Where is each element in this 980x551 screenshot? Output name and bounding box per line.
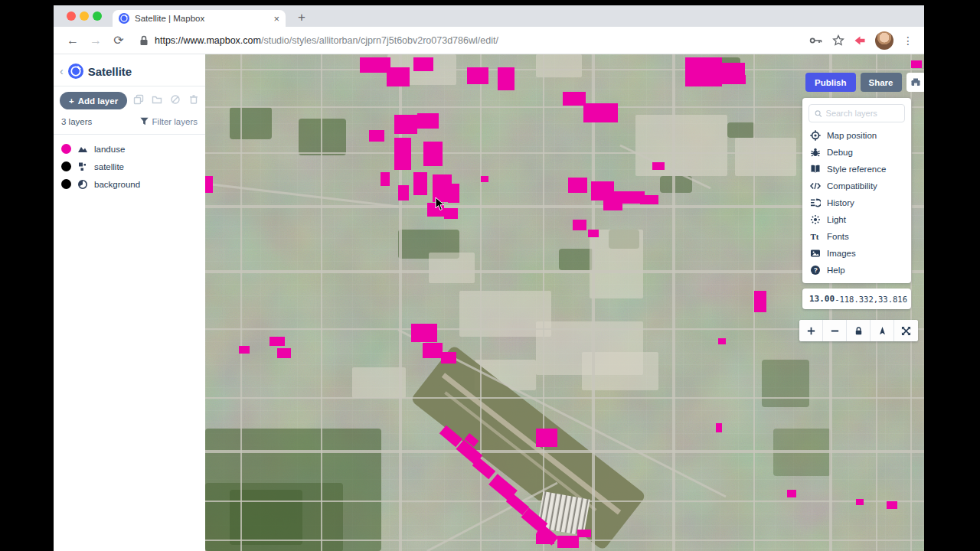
bookmark-star-icon[interactable] xyxy=(832,34,844,47)
menu-item-style-reference[interactable]: Style reference xyxy=(808,161,905,178)
group-layers-icon[interactable] xyxy=(152,94,162,105)
light-icon xyxy=(810,214,821,225)
back-chevron-icon[interactable]: ‹ xyxy=(60,65,64,77)
panel-search[interactable] xyxy=(808,104,905,122)
menu-item-images[interactable]: Images xyxy=(808,245,905,262)
style-tools-panel: Map position Debug Style reference xyxy=(802,98,911,283)
bug-icon xyxy=(810,147,821,158)
layer-tools xyxy=(133,94,199,105)
svg-text:?: ? xyxy=(814,266,818,274)
code-icon xyxy=(810,181,821,191)
hide-layer-icon[interactable] xyxy=(170,94,181,105)
compass-button[interactable] xyxy=(871,320,894,341)
delete-layer-icon[interactable] xyxy=(188,94,199,105)
browser-tab[interactable]: Satellite | Mapbox × xyxy=(113,10,286,27)
search-icon xyxy=(815,109,822,118)
plus-icon: + xyxy=(69,96,74,106)
mouse-cursor xyxy=(435,197,445,211)
background-layer-icon xyxy=(77,179,88,190)
share-button[interactable]: Share xyxy=(861,73,902,92)
menu-item-map-position[interactable]: Map position xyxy=(808,127,905,144)
add-layer-button[interactable]: + Add layer xyxy=(60,92,127,109)
browser-toolbar: ← → ⟳ https://www.mapbox.com/studio/styl… xyxy=(54,27,924,54)
zoom-out-button[interactable] xyxy=(823,320,847,341)
landuse-swatch xyxy=(61,144,71,154)
menu-item-debug[interactable]: Debug xyxy=(808,144,905,161)
map-controls xyxy=(799,320,918,341)
tab-close-icon[interactable]: × xyxy=(273,13,279,24)
password-key-icon[interactable] xyxy=(809,35,823,46)
satellite-swatch xyxy=(61,161,71,171)
menu-item-history[interactable]: History xyxy=(808,194,905,211)
search-input[interactable] xyxy=(826,109,899,118)
publish-button[interactable]: Publish xyxy=(805,73,856,92)
tab-title: Satellite | Mapbox xyxy=(135,14,268,23)
fonts-icon: Tt xyxy=(810,231,821,242)
style-title: Satellite xyxy=(88,65,132,78)
minus-icon xyxy=(830,326,840,336)
history-icon xyxy=(810,197,821,208)
map-position-readout: 13.00 -118.332,33.816 xyxy=(802,289,911,309)
print-button[interactable] xyxy=(906,73,925,92)
images-icon xyxy=(810,248,821,259)
zoom-in-button[interactable] xyxy=(799,320,823,341)
publish-toolbar: Publish Share xyxy=(805,73,924,92)
layer-row-satellite[interactable]: satellite xyxy=(54,158,205,175)
lock-icon xyxy=(854,326,864,336)
forward-icon: → xyxy=(86,31,106,51)
new-tab-button[interactable]: + xyxy=(292,8,311,27)
browser-window: Satellite | Mapbox × + ← → ⟳ https://www… xyxy=(54,5,924,551)
menu-item-fonts[interactable]: Tt Fonts xyxy=(808,228,905,245)
map-canvas[interactable]: Publish Share xyxy=(205,54,924,551)
printer-icon xyxy=(910,77,921,88)
close-window-button[interactable] xyxy=(67,11,76,21)
map-position-icon xyxy=(810,130,821,141)
book-icon xyxy=(810,164,821,174)
funnel-icon xyxy=(139,116,149,126)
layer-row-landuse[interactable]: landuse xyxy=(54,140,205,158)
fullscreen-icon xyxy=(901,326,911,336)
zoom-level: 13.00 xyxy=(809,294,835,304)
menu-item-compatibility[interactable]: Compatibility xyxy=(808,178,905,194)
back-icon[interactable]: ← xyxy=(63,31,83,51)
menu-item-help[interactable]: ? Help xyxy=(808,262,905,279)
sidebar-header: ‹ Satellite xyxy=(60,64,132,79)
minimize-window-button[interactable] xyxy=(80,11,89,21)
mapbox-favicon-icon xyxy=(119,13,129,24)
help-icon: ? xyxy=(810,265,821,276)
mapbox-logo-icon xyxy=(68,64,83,79)
filter-layers[interactable]: Filter layers xyxy=(139,116,198,126)
chrome-menu-icon[interactable]: ⋮ xyxy=(903,34,913,47)
https-lock-icon xyxy=(139,35,149,46)
menu-item-light[interactable]: Light xyxy=(808,211,905,228)
svg-text:Tt: Tt xyxy=(811,232,819,241)
layer-row-background[interactable]: background xyxy=(54,175,205,193)
zoom-window-button[interactable] xyxy=(93,11,102,21)
mapbox-studio-app: ‹ Satellite + Add layer xyxy=(54,54,924,551)
video-letterbox: Satellite | Mapbox × + ← → ⟳ https://www… xyxy=(0,0,980,551)
layers-count: 3 layers xyxy=(61,117,92,126)
fill-layer-icon xyxy=(77,144,88,155)
toolbar-right: ⋮ xyxy=(809,31,915,50)
tab-strip: Satellite | Mapbox × + xyxy=(54,5,924,27)
extension-icon[interactable] xyxy=(854,35,866,46)
compass-icon xyxy=(877,326,887,336)
background-swatch xyxy=(61,179,71,189)
raster-layer-icon xyxy=(77,161,88,172)
plus-icon xyxy=(806,326,816,336)
profile-avatar[interactable] xyxy=(875,31,893,50)
duplicate-layer-icon[interactable] xyxy=(133,94,144,105)
lock-button[interactable] xyxy=(847,320,871,341)
fullscreen-button[interactable] xyxy=(894,320,918,341)
reload-icon[interactable]: ⟳ xyxy=(109,31,129,51)
layers-sidebar: ‹ Satellite + Add layer xyxy=(54,54,205,551)
lng-lat: -118.332,33.816 xyxy=(835,295,907,304)
url-text: https://www.mapbox.com/studio/styles/all… xyxy=(155,35,498,46)
address-bar[interactable]: https://www.mapbox.com/studio/styles/all… xyxy=(132,35,806,46)
